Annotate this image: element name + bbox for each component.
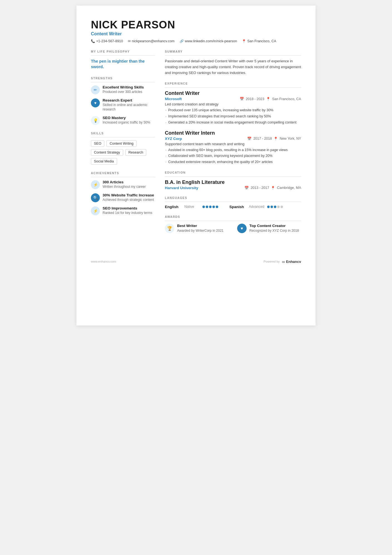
strength-desc: Produced over 300 articles bbox=[103, 90, 144, 94]
skill-tag: Content Strategy bbox=[91, 149, 123, 156]
award-text: Top Content Creator Recognized by XYZ Co… bbox=[249, 224, 299, 233]
calendar-icon: 📅 bbox=[247, 137, 252, 141]
bullet-item: Collaborated with SEO team, improving ke… bbox=[165, 153, 301, 159]
summary-section-title: SUMMARY bbox=[165, 50, 301, 53]
edu-meta-row: Harvard University 📅 2013 - 2017 📍 Cambr… bbox=[165, 186, 301, 190]
phone-icon: 📞 bbox=[91, 39, 95, 43]
divider bbox=[91, 82, 155, 82]
resume-page: NICK PEARSON Content Writer 📞 +1-234-567… bbox=[76, 6, 316, 325]
awards-row: 🏆 Best Writer Awarded by WriterCorp in 2… bbox=[165, 224, 301, 233]
summary-text: Passionate and detail-oriented Content W… bbox=[165, 58, 301, 76]
strength-text: Excellent Writing Skills Produced over 3… bbox=[103, 85, 144, 94]
divider bbox=[165, 202, 301, 202]
main-layout: MY LIFE PHILOSOPHY The pen is mightier t… bbox=[91, 50, 301, 239]
achievements-section-title: ACHIEVEMENTS bbox=[91, 171, 155, 175]
languages-section: LANGUAGES English Native bbox=[165, 196, 301, 209]
strength-item: ♥ Research Expert Skilled in online and … bbox=[91, 98, 155, 112]
exp-dates: 2018 - 2023 bbox=[246, 97, 264, 101]
achievement-desc: Written throughout my career bbox=[103, 184, 146, 189]
edu-dates: 2013 - 2017 bbox=[250, 186, 269, 190]
header: NICK PEARSON Content Writer 📞 +1-234-567… bbox=[91, 19, 301, 43]
education-section-title: EDUCATION bbox=[165, 171, 301, 174]
sidebar: MY LIFE PHILOSOPHY The pen is mightier t… bbox=[91, 50, 155, 239]
skill-tag: SEO bbox=[91, 140, 104, 147]
awards-section: AWARDS 🏆 Best Writer Awarded by WriterCo… bbox=[165, 215, 301, 233]
exp-meta-row: XYZ Corp 📅 2017 - 2018 📍 New York, NY bbox=[165, 137, 301, 141]
enhancv-icon: ∞ bbox=[282, 259, 285, 264]
bullet-item: Conducted extensive research, enhancing … bbox=[165, 159, 301, 165]
lang-level: Native bbox=[184, 205, 200, 209]
strength-desc: Increased organic traffic by 50% bbox=[103, 120, 150, 125]
exp-meta-row: Microsoft 📅 2018 - 2023 📍 San Francisco,… bbox=[165, 97, 301, 101]
bullet-item: Implemented SEO strategies that improved… bbox=[165, 114, 301, 119]
award-text: Best Writer Awarded by WriterCorp in 202… bbox=[177, 224, 224, 233]
dot-filled bbox=[212, 206, 215, 208]
contact-email: ✉ nickpearson@enhancv.com bbox=[128, 39, 175, 43]
exp-bullets: Assisted in creating 60+ blog posts, res… bbox=[165, 147, 301, 165]
skill-tag: Social Media bbox=[91, 158, 117, 165]
heart-icon: ♥ bbox=[94, 101, 96, 105]
bulb-icon: 💡 bbox=[93, 118, 98, 123]
pin-icon: 📍 bbox=[266, 97, 271, 101]
achievement-label: SEO Improvements bbox=[103, 206, 152, 210]
enhancv-logo: ∞ Enhancv bbox=[282, 259, 301, 264]
edu-degree: B.A. in English Literature bbox=[165, 179, 301, 185]
edu-location: Cambridge, MA bbox=[277, 186, 301, 190]
strength-label: Excellent Writing Skills bbox=[103, 85, 144, 89]
experience-block: Content Writer Microsoft 📅 2018 - 2023 📍… bbox=[165, 90, 301, 125]
calendar-icon: 📅 bbox=[240, 97, 244, 101]
strength-desc: Skilled in online and academic research bbox=[103, 103, 155, 112]
divider bbox=[165, 221, 301, 221]
exp-bullets: Produced over 135 unique articles, incre… bbox=[165, 108, 301, 125]
achievement-label: 30% Website Traffic Increase bbox=[103, 193, 154, 197]
achievement-icon-wrap: ⚡ bbox=[91, 180, 100, 189]
divider bbox=[165, 55, 301, 56]
enhancv-brand: Enhancv bbox=[286, 260, 301, 264]
experience-block: Content Writer Intern XYZ Corp 📅 2017 - … bbox=[165, 130, 301, 165]
strength-label: Research Expert bbox=[103, 98, 155, 102]
bullet-item: Assisted in creating 60+ blog posts, res… bbox=[165, 147, 301, 153]
lang-name: Spanish bbox=[229, 205, 246, 209]
skill-tag: Research bbox=[125, 149, 147, 156]
location-icon: 📍 bbox=[242, 39, 246, 43]
skills-section-title: SKILLS bbox=[91, 132, 155, 135]
dot-filled bbox=[206, 206, 208, 208]
divider bbox=[165, 176, 301, 177]
achievement-icon-wrap: ⚡ bbox=[91, 206, 100, 215]
experience-section: EXPERIENCE Content Writer Microsoft 📅 20… bbox=[165, 82, 301, 165]
contact-linkedin: 🔗 www.linkedin.com/in/nick-pearson bbox=[180, 39, 237, 43]
candidate-title: Content Writer bbox=[91, 31, 301, 36]
exp-title: Content Writer Intern bbox=[165, 130, 301, 136]
divider bbox=[91, 55, 155, 56]
trophy-icon: 🏆 bbox=[167, 226, 172, 231]
philosophy-text: The pen is mightier than the sword. bbox=[91, 58, 155, 70]
main-content: SUMMARY Passionate and detail-oriented C… bbox=[165, 50, 301, 239]
dot-filled bbox=[267, 206, 270, 208]
bullet-item: Produced over 135 unique articles, incre… bbox=[165, 108, 301, 113]
lang-name: English bbox=[165, 205, 182, 209]
award-desc: Awarded by WriterCorp in 2021 bbox=[177, 228, 224, 233]
achievement-label: 300 Articles bbox=[103, 180, 146, 184]
exp-title: Content Writer bbox=[165, 90, 301, 96]
edu-school: Harvard University bbox=[165, 186, 198, 190]
achievement-item: ⚡ 300 Articles Written throughout my car… bbox=[91, 180, 155, 189]
achievement-desc: Achieved through strategic content bbox=[103, 198, 154, 202]
languages-section-title: LANGUAGES bbox=[165, 196, 301, 199]
divider bbox=[91, 177, 155, 177]
exp-company: XYZ Corp bbox=[165, 137, 182, 141]
candidate-name: NICK PEARSON bbox=[91, 19, 301, 31]
exp-subtitle: Supported content team with research and… bbox=[165, 142, 301, 146]
dot-filled bbox=[216, 206, 218, 208]
achievement-text: 30% Website Traffic Increase Achieved th… bbox=[103, 193, 154, 202]
award-item: 🏆 Best Writer Awarded by WriterCorp in 2… bbox=[165, 224, 229, 233]
dot-filled bbox=[271, 206, 273, 208]
strength-icon-wrap: 💡 bbox=[91, 116, 100, 125]
dot-filled bbox=[209, 206, 212, 208]
lang-level: Advanced bbox=[249, 205, 264, 209]
exp-meta: 📅 2018 - 2023 📍 San Francisco, CA bbox=[240, 97, 301, 101]
seo-icon: ⚡ bbox=[93, 209, 98, 213]
dot-empty bbox=[281, 206, 283, 208]
strength-label: SEO Mastery bbox=[103, 116, 150, 120]
award-icon-wrap: ♥ bbox=[237, 224, 247, 233]
heart-icon: ♥ bbox=[241, 226, 243, 231]
